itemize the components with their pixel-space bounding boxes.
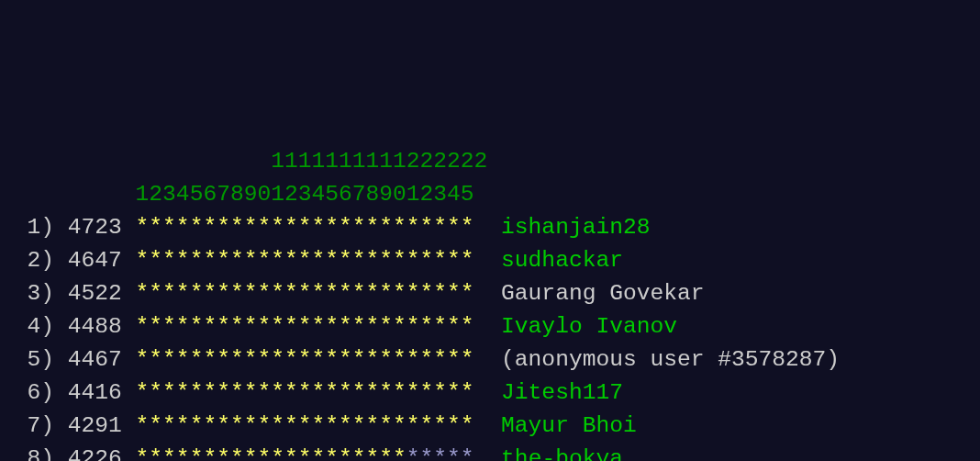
stars-gold: ******************** — [136, 446, 406, 461]
user-link[interactable]: Mayur Bhoi — [501, 413, 637, 438]
stars-gold: ************************* — [136, 380, 474, 405]
leaderboard-row: 5) 4467 ************************* (anony… — [0, 343, 980, 377]
score-cell: 4522 — [68, 281, 136, 306]
header-pad — [0, 149, 136, 174]
score-cell: 4488 — [68, 314, 136, 339]
header-tens: 1111111111222222 — [136, 149, 488, 174]
leaderboard-row: 8) 4226 ************************* the-bo… — [0, 443, 980, 461]
rank-cell: 6) — [0, 380, 68, 405]
user-link[interactable]: the-bokya — [501, 446, 623, 461]
user-link[interactable]: ishanjain28 — [501, 215, 650, 240]
leaderboard-row: 4) 4488 ************************* Ivaylo… — [0, 310, 980, 343]
stars-gold: ************************* — [136, 413, 474, 438]
score-cell: 4647 — [68, 248, 136, 273]
leaderboard: 1111111111222222 12345678901234567890123… — [0, 145, 980, 461]
rank-cell: 4) — [0, 314, 68, 339]
stars-gold: ************************* — [136, 215, 474, 240]
score-cell: 4467 — [68, 347, 136, 372]
rank-cell: 3) — [0, 281, 68, 306]
rank-cell: 2) — [0, 248, 68, 273]
header-pad — [0, 182, 136, 207]
header-ones: 1234567890123456789012345 — [136, 182, 474, 207]
leaderboard-row: 7) 4291 ************************* Mayur … — [0, 410, 980, 443]
user-link[interactable]: sudhackar — [501, 248, 623, 273]
rank-cell: 7) — [0, 413, 68, 438]
stars-gold: ************************* — [136, 248, 474, 273]
leaderboard-row: 1) 4723 ************************* ishanj… — [0, 211, 980, 244]
leaderboard-row: 2) 4647 ************************* sudhac… — [0, 244, 980, 277]
rank-cell: 8) — [0, 446, 68, 461]
score-cell: 4723 — [68, 215, 136, 240]
stars-gold: ************************* — [136, 347, 474, 372]
score-cell: 4226 — [68, 446, 136, 461]
user-link[interactable]: Ivaylo Ivanov — [501, 314, 677, 339]
user-link[interactable]: Jitesh117 — [501, 380, 623, 405]
score-cell: 4416 — [68, 380, 136, 405]
rank-cell: 1) — [0, 215, 68, 240]
stars-gold: ************************* — [136, 314, 474, 339]
user-name: Gaurang Govekar — [501, 281, 704, 306]
header-tens-row: 1111111111222222 — [0, 145, 980, 178]
user-name: (anonymous user #3578287) — [501, 347, 840, 372]
rank-cell: 5) — [0, 347, 68, 372]
header-ones-row: 1234567890123456789012345 — [0, 178, 980, 211]
stars-gold: ************************* — [136, 281, 474, 306]
score-cell: 4291 — [68, 413, 136, 438]
leaderboard-row: 3) 4522 ************************* Gauran… — [0, 277, 980, 310]
stars-silver: ***** — [406, 446, 474, 461]
leaderboard-row: 6) 4416 ************************* Jitesh… — [0, 377, 980, 410]
